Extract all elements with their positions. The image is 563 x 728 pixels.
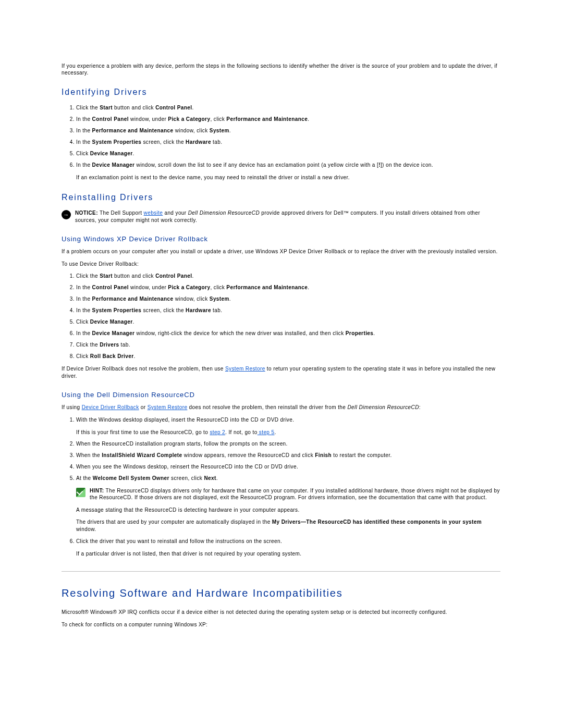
device-driver-rollback-link[interactable]: Device Driver Rollback xyxy=(82,404,139,410)
list-item: When you see the Windows desktop, reinse… xyxy=(76,463,500,471)
section-divider xyxy=(62,571,500,572)
list-item: When the ResourceCD installation program… xyxy=(76,440,500,448)
resourcecd-after-1: A message stating that the ResourceCD is… xyxy=(76,507,500,514)
system-restore-link-2[interactable]: System Restore xyxy=(148,404,188,410)
list-item: With the Windows desktop displayed, inse… xyxy=(76,416,500,436)
list-item: In the Device Manager window, right-clic… xyxy=(76,330,500,337)
list-item: In the Control Panel window, under Pick … xyxy=(76,116,500,123)
list-item: In the Performance and Maintenance windo… xyxy=(76,295,500,303)
resourcecd-steps-list-cont: Click the driver that you want to reinst… xyxy=(62,538,500,558)
heading-resourcecd: Using the Dell Dimension ResourceCD xyxy=(62,391,500,399)
website-link[interactable]: website xyxy=(144,210,163,216)
heading-resolving-incompatibilities: Resolving Software and Hardware Incompat… xyxy=(62,587,500,599)
heading-identifying-drivers: Identifying Drivers xyxy=(62,88,500,97)
resourcecd-after-2: The drivers that are used by your comput… xyxy=(76,519,500,533)
list-item: Click the Drivers tab. xyxy=(76,341,500,349)
list-item: In the Device Manager window, scroll dow… xyxy=(76,162,500,181)
hint-icon xyxy=(76,488,85,497)
intro-paragraph: If you experience a problem with any dev… xyxy=(62,63,500,76)
resourcecd-steps-list: With the Windows desktop displayed, inse… xyxy=(62,416,500,482)
rollback-steps-list: Click the Start button and click Control… xyxy=(62,273,500,360)
list-item: At the Welcome Dell System Owner screen,… xyxy=(76,475,500,482)
list-item: Click Roll Back Driver. xyxy=(76,353,500,360)
list-item: Click the Start button and click Control… xyxy=(76,273,500,280)
heading-reinstalling-drivers: Reinstalling Drivers xyxy=(62,193,500,202)
rollback-intro: If a problem occurs on your computer aft… xyxy=(62,248,500,255)
system-restore-link[interactable]: System Restore xyxy=(225,366,265,372)
resolve-paragraph-2: To check for conflicts on a computer run… xyxy=(62,621,500,628)
heading-rollback: Using Windows XP Device Driver Rollback xyxy=(62,235,500,243)
identifying-steps-list: Click the Start button and click Control… xyxy=(62,104,500,181)
list-item: Click the Start button and click Control… xyxy=(76,104,500,112)
list-item: When the InstallShield Wizard Complete w… xyxy=(76,452,500,459)
rollback-touse: To use Device Driver Rollback: xyxy=(62,261,500,268)
hint-text: HINT: The ResourceCD displays drivers on… xyxy=(90,487,500,501)
notice-block: → NOTICE: The Dell Support website and y… xyxy=(62,209,500,224)
notice-icon: → xyxy=(62,210,71,219)
resourcecd-intro: If using Device Driver Rollback or Syste… xyxy=(62,404,500,411)
step5-link[interactable]: step 5 xyxy=(258,429,275,435)
rollback-tail: If Device Driver Rollback does not resol… xyxy=(62,365,500,379)
list-item-followup: If an exclamation point is next to the d… xyxy=(76,174,500,181)
list-item: In the System Properties screen, click t… xyxy=(76,139,500,146)
step2-link[interactable]: step 2 xyxy=(210,429,225,435)
list-item: Click Device Manager. xyxy=(76,318,500,326)
resolve-paragraph-1: Microsoft® Windows® XP IRQ conflicts occ… xyxy=(62,609,500,616)
list-item: In the System Properties screen, click t… xyxy=(76,307,500,314)
list-item: In the Performance and Maintenance windo… xyxy=(76,127,500,134)
list-item: Click the driver that you want to reinst… xyxy=(76,538,500,558)
list-item: In the Control Panel window, under Pick … xyxy=(76,284,500,291)
hint-block: HINT: The ResourceCD displays drivers on… xyxy=(62,487,500,501)
list-item: Click Device Manager. xyxy=(76,150,500,157)
notice-text: NOTICE: The Dell Support website and you… xyxy=(75,209,500,224)
